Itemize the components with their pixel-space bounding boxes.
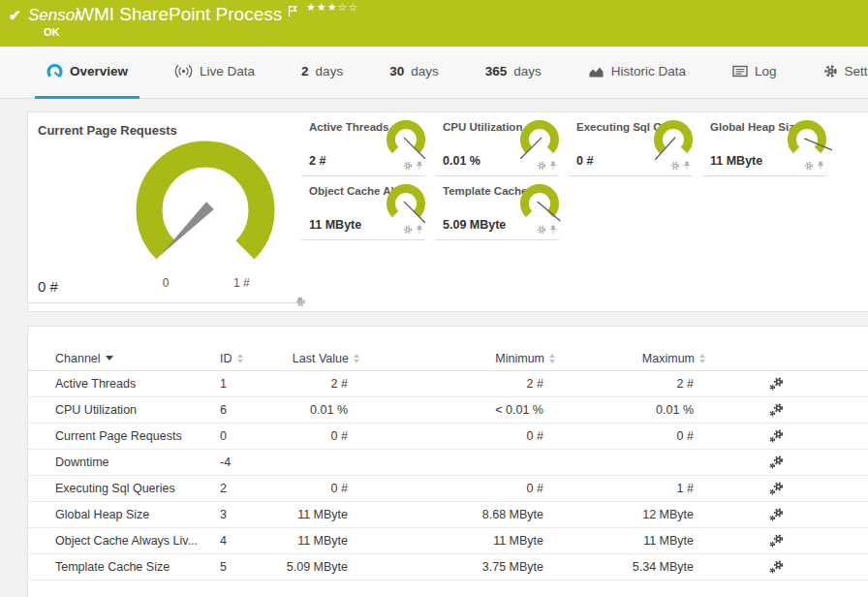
table-row[interactable]: Executing Sql Queries 2 0 # 0 # 1 #: [28, 476, 868, 502]
gauge-cell[interactable]: Global Heap Size 11 MByte: [702, 112, 826, 176]
channel-settings-icon[interactable]: [769, 403, 784, 417]
cell-channel: Template Cache Size: [55, 560, 220, 574]
cell-maximum: 12 MByte: [555, 508, 705, 521]
sort-desc-icon[interactable]: [106, 356, 113, 361]
cell-id: 5: [220, 560, 278, 574]
pin-icon[interactable]: [549, 225, 557, 235]
table-row[interactable]: Template Cache Size 5 5.09 MByte 3.75 MB…: [28, 554, 868, 581]
cell-channel: Downtime: [55, 456, 220, 469]
gauge-cell[interactable]: Executing Sql Queries 0 #: [569, 112, 693, 176]
gear-icon[interactable]: [403, 161, 413, 171]
main-gauge-current-page-requests[interactable]: Current Page Requests 0 # 0 1 #: [28, 112, 301, 303]
cell-minimum: 3.75 MByte: [359, 560, 555, 574]
pin-icon[interactable]: [549, 161, 557, 171]
cell-channel: Executing Sql Queries: [55, 482, 220, 495]
gauge-dial: [516, 114, 563, 161]
main-gauge-dial: [28, 112, 301, 277]
tab-2-days[interactable]: 2days: [290, 47, 355, 99]
flag-icon: [288, 4, 298, 21]
cell-last-value: 11 MByte: [278, 534, 359, 548]
table-row[interactable]: CPU Utilization 6 0.01 % < 0.01 % 0.01 %: [28, 397, 868, 424]
gauge-cell[interactable]: Active Threads 2 #: [301, 112, 425, 176]
priority-stars[interactable]: ★★★☆☆: [306, 1, 358, 14]
channel-settings-icon[interactable]: [769, 508, 784, 521]
pin-icon[interactable]: [683, 161, 691, 171]
gauge-cell[interactable]: CPU Utilization 0.01 %: [435, 112, 559, 176]
gauge-icon: [46, 64, 63, 79]
table-body: Active Threads 1 2 # 2 # 2 #: [28, 371, 868, 581]
cell-minimum: 8.68 MByte: [359, 508, 555, 521]
sort-icon[interactable]: [237, 354, 243, 363]
tab-365-days[interactable]: 365days: [474, 47, 553, 99]
prtg-sensor-page: ✔ Sensor WMI SharePoint Process ★★★☆☆ OK…: [0, 0, 868, 597]
cell-channel: Active Threads: [55, 377, 220, 391]
channel-settings-icon[interactable]: [769, 429, 784, 443]
cell-maximum: 11 MByte: [555, 534, 705, 548]
gear-icon[interactable]: [537, 225, 546, 235]
col-header-minimum[interactable]: Minimum: [359, 352, 555, 365]
table-row[interactable]: Active Threads 1 2 # 2 # 2 #: [28, 371, 868, 397]
gauge-value: 5.09 MByte: [443, 218, 506, 232]
page-title: WMI SharePoint Process: [77, 4, 282, 25]
pin-icon[interactable]: [416, 161, 423, 171]
status-badge: OK: [44, 26, 60, 38]
table-row[interactable]: Downtime -4: [28, 450, 868, 476]
tab-overview[interactable]: Overview: [35, 47, 140, 99]
gauge-value: 0 #: [576, 154, 593, 168]
cell-id: 3: [220, 508, 278, 521]
gauge-cell[interactable]: Object Cache Always L... 11 MByte: [301, 176, 425, 240]
table-row[interactable]: Global Heap Size 3 11 MByte 8.68 MByte 1…: [28, 502, 868, 528]
col-header-channel[interactable]: Channel: [55, 352, 220, 365]
col-header-id[interactable]: ID: [220, 352, 278, 365]
cell-last-value: 0 #: [278, 429, 359, 443]
tab-log[interactable]: Log: [721, 47, 789, 99]
tab-bar: Overview Live Data 2days 30days 365days …: [0, 47, 868, 99]
gear-icon[interactable]: [537, 161, 546, 171]
cell-channel: CPU Utilization: [55, 403, 220, 417]
tab-30-days[interactable]: 30days: [378, 47, 450, 99]
sort-icon[interactable]: [699, 354, 705, 363]
gauge-value: 2 #: [309, 154, 326, 168]
channel-settings-icon[interactable]: [769, 456, 784, 469]
channel-settings-icon[interactable]: [769, 560, 784, 574]
cell-id: 2: [220, 482, 278, 495]
table-row[interactable]: Object Cache Always Liv... 4 11 MByte 11…: [28, 528, 868, 554]
cell-last-value: 11 MByte: [278, 508, 359, 521]
channel-settings-icon[interactable]: [769, 482, 784, 495]
gear-icon[interactable]: [670, 161, 680, 171]
stars-empty[interactable]: ☆☆: [338, 1, 359, 13]
channel-settings-icon[interactable]: [769, 534, 784, 548]
gauge-dial: [516, 178, 563, 225]
cell-minimum: 0 #: [359, 482, 555, 495]
table-header-row: Channel ID Last Value Minimum Maximum: [28, 346, 868, 371]
col-header-last-value[interactable]: Last Value: [278, 352, 359, 365]
gauge-cell[interactable]: Template Cache Size 5.09 MByte: [435, 176, 559, 240]
pin-icon[interactable]: [817, 161, 824, 171]
tab-settings[interactable]: Settings: [812, 47, 868, 99]
col-header-maximum[interactable]: Maximum: [555, 352, 705, 365]
historic-data-icon: [588, 65, 604, 79]
pin-icon[interactable]: [416, 225, 423, 235]
sensor-header: ✔ Sensor WMI SharePoint Process ★★★☆☆ OK: [0, 0, 868, 47]
cell-maximum: 2 #: [555, 377, 705, 391]
gear-icon[interactable]: [804, 161, 814, 171]
table-row[interactable]: Current Page Requests 0 0 # 0 # 0 #: [28, 424, 868, 450]
cell-id: 1: [220, 377, 278, 391]
gauge-value: 11 MByte: [710, 154, 762, 168]
channels-table-panel: Channel ID Last Value Minimum Maximum: [27, 326, 868, 597]
cell-channel: Object Cache Always Liv...: [55, 534, 220, 548]
pin-icon[interactable]: [295, 297, 304, 307]
gauges-panel: Current Page Requests 0 # 0 1 # Active T…: [27, 111, 868, 312]
cell-minimum: < 0.01 %: [359, 403, 555, 417]
gear-icon[interactable]: [403, 225, 413, 235]
cell-maximum: 0 #: [555, 429, 705, 443]
gauge-scale-min: 0: [156, 276, 175, 290]
gear-icon: [823, 64, 838, 79]
channel-settings-icon[interactable]: [769, 377, 784, 391]
cell-id: 0: [220, 429, 278, 443]
gauge-dial: [784, 114, 830, 161]
tab-live-data[interactable]: Live Data: [163, 47, 266, 99]
stars-filled[interactable]: ★★★: [306, 1, 338, 13]
tab-historic-data[interactable]: Historic Data: [576, 47, 698, 99]
live-data-icon: [174, 64, 193, 79]
